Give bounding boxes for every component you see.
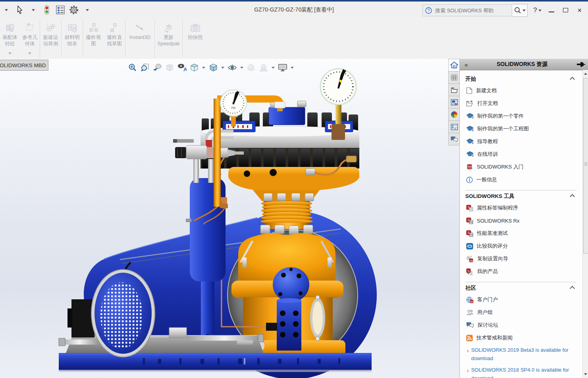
item-user-groups[interactable]: 用户组 (465, 306, 581, 319)
section-view-icon[interactable] (165, 63, 174, 72)
task-pane-scrollbar[interactable] (582, 70, 588, 378)
ribbon-label: Instant3D (129, 34, 151, 41)
item-label: 属性标签编制程序 (477, 204, 518, 211)
help-button[interactable]: ? (533, 6, 537, 14)
ribbon-reference-geometry[interactable]: 参考几 何体 (20, 18, 40, 59)
select-cursor-icon[interactable] (15, 5, 25, 15)
item-open-document[interactable]: 打开文档 (465, 97, 581, 110)
item-compare-my-score[interactable]: 比较我的评分 (465, 240, 581, 252)
edit-appearance-icon[interactable] (247, 63, 256, 72)
view-settings-icon[interactable] (278, 63, 287, 72)
collapse-section-icon[interactable] (570, 77, 575, 82)
display-style-caret[interactable] (221, 67, 224, 69)
tab-view-palette[interactable] (448, 96, 460, 109)
collapse-section-icon[interactable] (570, 194, 575, 199)
ribbon-assembly-features[interactable]: 装配体 特征 (0, 18, 20, 59)
item-customer-portal[interactable]: SW 客户门户 (465, 293, 581, 306)
report-list-icon[interactable] (56, 5, 65, 15)
tab-solidworks-forum[interactable] (448, 133, 460, 145)
options-gear-icon[interactable] (69, 5, 79, 15)
item-copy-settings-wizard[interactable]: SW 复制设置向导 (465, 252, 581, 265)
item-make-first-drawing[interactable]: 制作我的第一个工程图 (465, 122, 581, 135)
dropdown-caret[interactable] (28, 50, 31, 56)
item-property-tab-builder[interactable]: S 属性标签编制程序 (465, 202, 581, 214)
item-make-first-part[interactable]: 制作我的第一个零件 (465, 110, 581, 122)
item-online-training[interactable]: 在线培训 (465, 148, 581, 161)
tab-design-library[interactable] (448, 72, 460, 84)
collapse-section-icon[interactable] (570, 286, 575, 291)
news-link-2019-beta3[interactable]: › SOLIDWORKS 2019 Beta3 is available for… (465, 344, 581, 364)
item-label: 制作我的第一个零件 (477, 112, 524, 120)
item-discussion-forum[interactable]: 探讨论坛 (465, 319, 581, 331)
custom-properties-icon (451, 124, 458, 130)
ribbon-update-speedpak[interactable]: 更新 Speedpak (155, 18, 182, 59)
item-solidworks-intro[interactable]: SW SOLIDWORKS 入门 (465, 161, 581, 173)
model-3d-compressor-assembly[interactable]: PSI (0, 59, 461, 378)
ribbon-label: 动算例 (43, 41, 58, 47)
new-dropdown-caret[interactable] (2, 5, 11, 15)
item-tutorials[interactable]: 指导教程 (465, 135, 581, 148)
search-dropdown-caret[interactable] (522, 10, 526, 12)
search-submit-button[interactable] (512, 4, 528, 17)
ribbon-exploded-view[interactable]: 爆炸视 图 (83, 18, 104, 59)
news-bullet-icon: › (467, 366, 469, 378)
scrollbar-down-arrow[interactable] (583, 371, 588, 377)
scrollbar-up-arrow[interactable] (583, 71, 588, 77)
view-settings-caret[interactable] (291, 67, 294, 69)
svg-text:Rx: Rx (470, 221, 473, 223)
skid-base[interactable] (59, 353, 372, 372)
user-groups-icon (466, 309, 474, 316)
item-new-document[interactable]: 新建文档 (465, 84, 581, 97)
hide-show-items-caret[interactable] (240, 67, 243, 69)
scrollbar-grip (584, 163, 587, 166)
mbd-tab[interactable]: SOLIDWORKS MBD (0, 60, 48, 71)
svg-text:SW: SW (467, 165, 472, 168)
item-performance-benchmark[interactable]: SRx 性能基准测试 (465, 227, 581, 240)
scrollbar-thumb[interactable] (583, 78, 588, 254)
pin-icon[interactable] (576, 61, 585, 68)
traffic-light-icon[interactable] (42, 5, 52, 15)
discussion-forum-icon (466, 322, 474, 328)
view-orientation-icon[interactable] (189, 63, 199, 72)
apply-scene-caret[interactable] (272, 67, 275, 69)
item-tech-alerts-news[interactable]: 技术警戒和新闻 (465, 331, 581, 344)
apply-scene-icon[interactable] (259, 63, 268, 72)
ribbon-label: 爆炸视 (86, 34, 101, 41)
ribbon-explode-line-sketch[interactable]: 爆炸直 线草图 (104, 18, 125, 59)
view-orientation-caret[interactable] (202, 67, 205, 69)
dropdown-caret[interactable] (8, 50, 12, 56)
tab-solidworks-resources[interactable] (448, 59, 460, 72)
tab-appearances-scenes[interactable] (448, 109, 460, 121)
hide-show-items-icon[interactable] (227, 63, 237, 72)
item-solidworks-rx[interactable]: SRx SOLIDWORKS Rx (465, 214, 581, 227)
item-label: 指导教程 (477, 138, 498, 145)
news-link-2018-sp40[interactable]: › SOLIDWORKS 2018 SP4.0 is available for… (465, 364, 581, 378)
options-dropdown-caret[interactable] (83, 5, 92, 15)
collapse-pane-icon[interactable]: « (465, 61, 468, 68)
ribbon-instant3d[interactable]: Instant3D (125, 18, 154, 59)
zoom-to-area-icon[interactable] (140, 63, 150, 72)
search-box[interactable]: ? (422, 4, 512, 16)
ribbon-toolbar: 装配体 特征 参考几 何体 新建运 动算例 材料明 细表 爆炸视 图 (0, 18, 588, 59)
close-button[interactable]: × (577, 8, 582, 13)
dynamic-annotation-views-icon[interactable]: A (177, 63, 187, 72)
task-pane-body: 开始 新建文档 打开文档 制作我的第一个零件 制作我的第一个工程图 指导 (460, 70, 583, 378)
item-general-info[interactable]: 一般信息 (465, 173, 581, 186)
ribbon-take-snapshot[interactable]: 拍快照 (183, 18, 208, 59)
maximize-button[interactable] (563, 8, 569, 13)
tab-custom-properties[interactable] (448, 121, 460, 133)
display-style-icon[interactable] (208, 63, 218, 72)
help-dropdown-caret[interactable] (538, 10, 542, 12)
zoom-to-fit-icon[interactable] (128, 63, 137, 72)
tab-file-explorer[interactable] (448, 84, 460, 96)
ribbon-new-motion-study[interactable]: 新建运 动算例 (40, 18, 61, 59)
customer-portal-icon: SW (466, 297, 474, 303)
item-my-products[interactable]: S 我的产品 (465, 265, 581, 278)
ribbon-bill-of-materials[interactable]: 材料明 细表 (62, 18, 83, 59)
section-community: 社区 (465, 285, 580, 292)
search-input[interactable] (434, 7, 499, 14)
graphics-viewport[interactable]: PSI A SOLIDWORKS MBD (0, 59, 461, 378)
minimize-button[interactable] (549, 8, 554, 13)
select-dropdown-caret[interactable] (29, 5, 38, 15)
previous-view-icon[interactable] (152, 63, 162, 72)
